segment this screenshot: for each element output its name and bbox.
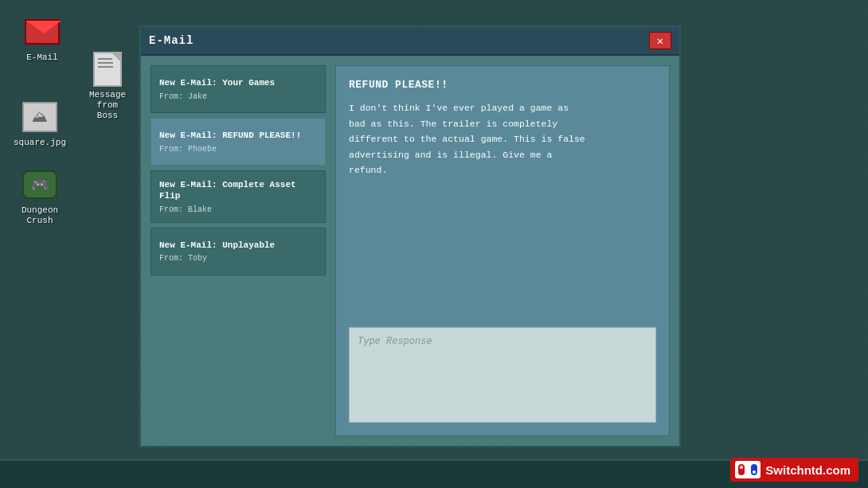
email-content-body: I don't think I've ever played a game as… <box>349 100 656 318</box>
email-window: E-Mail ✕ New E-Mail: Your Games From: Ja… <box>139 25 681 447</box>
email-item-4[interactable]: New E-Mail: Unplayable From: Toby <box>151 228 326 275</box>
game-desktop-icon[interactable]: 🎮 DungeonCrush <box>12 167 68 226</box>
email-subject-3: New E-Mail: Complete Asset Flip <box>159 179 317 202</box>
switchntd-badge: Switchntd.com <box>730 458 858 482</box>
email-icon <box>25 14 60 49</box>
email-from-3: From: Blake <box>159 205 317 214</box>
response-box[interactable]: Type Response <box>349 327 656 423</box>
response-placeholder: Type Response <box>358 336 647 347</box>
email-item-2[interactable]: New E-Mail: REFUND PLEASE!! From: Phoebe <box>151 118 326 166</box>
email-item-1[interactable]: New E-Mail: Your Games From: Jake <box>151 65 326 113</box>
email-list: New E-Mail: Your Games From: Jake New E-… <box>151 65 326 436</box>
message-boss-icon-label: MessagefromBoss <box>89 90 126 122</box>
email-content-subject: REFUND PLEASE!! <box>349 79 656 91</box>
image-icon-label: square.jpg <box>14 138 66 148</box>
email-subject-2: New E-Mail: REFUND PLEASE!! <box>159 130 317 141</box>
document-icon <box>90 52 125 87</box>
switchntd-text: Switchntd.com <box>765 463 850 477</box>
message-boss-desktop-icon[interactable]: MessagefromBoss <box>80 52 135 122</box>
email-desktop-icon[interactable]: E-Mail <box>14 14 70 63</box>
email-from-1: From: Jake <box>159 92 317 101</box>
game-icon: 🎮 <box>22 167 57 202</box>
window-title: E-Mail <box>149 34 649 47</box>
email-icon-label: E-Mail <box>26 53 58 63</box>
email-from-2: From: Phoebe <box>159 145 317 154</box>
email-from-4: From: Toby <box>159 254 317 263</box>
email-item-3[interactable]: New E-Mail: Complete Asset Flip From: Bl… <box>151 170 326 223</box>
image-desktop-icon[interactable]: square.jpg <box>12 100 68 148</box>
image-icon <box>22 100 57 135</box>
game-icon-label: DungeonCrush <box>22 205 58 226</box>
email-subject-1: New E-Mail: Your Games <box>159 77 317 88</box>
svg-point-4 <box>753 470 756 474</box>
window-content: New E-Mail: Your Games From: Jake New E-… <box>141 56 679 446</box>
email-subject-4: New E-Mail: Unplayable <box>159 240 317 251</box>
switch-logo <box>735 461 760 478</box>
window-titlebar: E-Mail ✕ <box>141 27 679 56</box>
close-button[interactable]: ✕ <box>649 32 671 49</box>
svg-point-3 <box>740 466 743 469</box>
email-content-panel: REFUND PLEASE!! I don't think I've ever … <box>335 65 670 436</box>
